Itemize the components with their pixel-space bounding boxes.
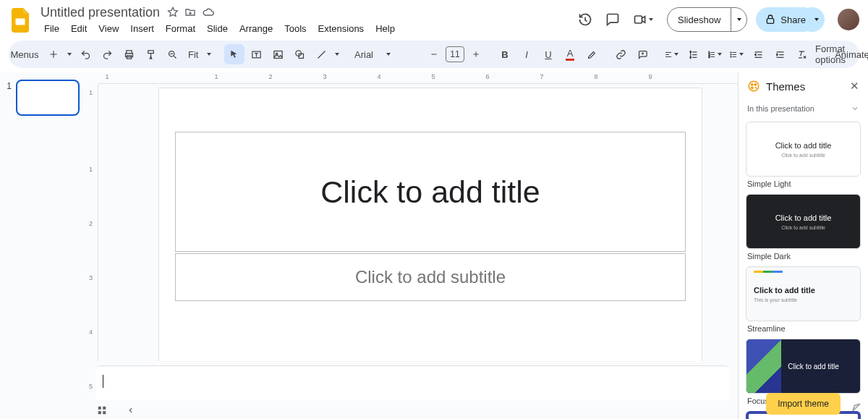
undo-button[interactable] xyxy=(75,44,95,64)
canvas-area: 1 1 2 3 4 5 6 7 8 9 1 1 2 3 4 5 Click to… xyxy=(87,72,738,419)
menu-insert[interactable]: Insert xyxy=(125,22,159,35)
slide-canvas[interactable]: Click to add title Click to add subtitle xyxy=(159,88,702,361)
menu-slide[interactable]: Slide xyxy=(202,22,233,35)
bulleted-list-button[interactable] xyxy=(726,44,746,64)
paint-format-button[interactable] xyxy=(140,44,161,64)
search-menus-button[interactable]: Menus xyxy=(14,44,35,64)
toolbar: Menus Fit Arial 11 B I U A 123 Format op… xyxy=(9,41,859,68)
share-button[interactable]: Share xyxy=(756,7,816,32)
grid-view-icon[interactable] xyxy=(93,403,111,418)
themes-panel: Themes ✕ In this presentation Click to a… xyxy=(738,72,868,419)
chevron-down-icon xyxy=(851,104,859,113)
svg-point-8 xyxy=(169,51,174,56)
font-size-inc[interactable] xyxy=(466,44,486,64)
clear-format-button[interactable] xyxy=(791,44,812,64)
numbered-list-button[interactable]: 123 xyxy=(705,44,725,64)
search-menus-label: Menus xyxy=(6,49,43,60)
print-button[interactable] xyxy=(119,44,139,64)
themes-close-icon[interactable]: ✕ xyxy=(850,80,859,93)
svg-point-25 xyxy=(752,84,753,85)
svg-rect-2 xyxy=(635,16,642,23)
slideshow-button[interactable]: Slideshow xyxy=(668,8,731,31)
textbox-tool[interactable] xyxy=(246,44,266,64)
theme-label: Simple Light xyxy=(747,179,861,188)
themes-icon xyxy=(747,80,760,93)
menu-format[interactable]: Format xyxy=(161,22,200,35)
line-tool-dropdown[interactable] xyxy=(333,44,341,64)
shape-tool[interactable] xyxy=(289,44,310,64)
svg-text:2: 2 xyxy=(709,53,710,56)
speaker-notes[interactable] xyxy=(95,365,729,400)
line-tool[interactable] xyxy=(311,44,331,64)
bold-button[interactable]: B xyxy=(495,44,515,64)
themes-list[interactable]: Click to add title Click to add subtitle… xyxy=(739,117,868,419)
share-dropdown[interactable] xyxy=(809,7,825,32)
font-select[interactable]: Arial xyxy=(350,44,415,64)
account-avatar[interactable] xyxy=(838,9,859,30)
star-icon[interactable] xyxy=(167,7,179,18)
redo-button[interactable] xyxy=(97,44,117,64)
line-spacing-button[interactable] xyxy=(683,44,703,64)
indent-inc-button[interactable] xyxy=(770,44,790,64)
prev-slide-icon[interactable] xyxy=(122,403,140,418)
svg-point-27 xyxy=(752,87,753,88)
docbar: Untitled presentation File Edit View Ins… xyxy=(0,0,868,41)
docbar-right-actions: Slideshow Share xyxy=(576,7,859,32)
insert-comment-button[interactable] xyxy=(632,44,652,64)
indent-dec-button[interactable] xyxy=(748,44,768,64)
bottom-bar xyxy=(87,402,738,419)
menu-tools[interactable]: Tools xyxy=(279,22,311,35)
subtitle-placeholder[interactable]: Click to add subtitle xyxy=(175,253,686,301)
menu-arrange[interactable]: Arrange xyxy=(234,22,278,35)
explore-fab[interactable] xyxy=(849,400,864,415)
theme-simple-light[interactable]: Click to add title Click to add subtitle xyxy=(746,122,861,177)
import-theme-button[interactable]: Import theme xyxy=(766,393,841,415)
slide-thumbnail-1[interactable]: 1 xyxy=(6,80,81,116)
horizontal-ruler[interactable]: 1 1 2 3 4 5 6 7 8 9 xyxy=(98,72,738,84)
pen-button[interactable] xyxy=(864,44,868,64)
menu-edit[interactable]: Edit xyxy=(66,22,92,35)
filmstrip[interactable]: 1 xyxy=(0,72,87,419)
theme-simple-dark[interactable]: Click to add title Click to add subtitle xyxy=(746,194,861,249)
font-size-input[interactable]: 11 xyxy=(446,46,464,62)
animate-button[interactable]: Animate xyxy=(842,44,862,64)
cloud-status-icon[interactable] xyxy=(202,7,215,18)
svg-point-11 xyxy=(276,53,278,55)
doc-title[interactable]: Untitled presentation xyxy=(39,4,161,20)
menu-extensions[interactable]: Extensions xyxy=(313,22,370,35)
zoom-select[interactable]: Fit xyxy=(184,44,216,64)
meet-icon[interactable] xyxy=(631,10,655,29)
select-tool[interactable] xyxy=(224,44,244,64)
svg-rect-22 xyxy=(98,411,101,414)
italic-button[interactable]: I xyxy=(516,44,537,64)
slideshow-dropdown[interactable] xyxy=(731,8,746,31)
themes-subheading-row[interactable]: In this presentation xyxy=(739,100,868,117)
history-icon[interactable] xyxy=(576,10,595,29)
theme-focus[interactable]: Click to add title xyxy=(746,339,861,394)
comments-icon[interactable] xyxy=(603,10,622,29)
align-button[interactable] xyxy=(661,44,681,64)
insert-link-button[interactable] xyxy=(610,44,631,64)
move-icon[interactable] xyxy=(184,7,196,18)
svg-rect-10 xyxy=(273,51,281,58)
slide-thumb[interactable] xyxy=(16,80,80,116)
slide-stage[interactable]: Click to add title Click to add subtitle xyxy=(98,84,738,361)
theme-streamline[interactable]: Click to add title This is your subtitle xyxy=(746,266,861,321)
image-tool[interactable] xyxy=(268,44,288,64)
menu-file[interactable]: File xyxy=(39,22,64,35)
vertical-ruler[interactable]: 1 1 2 3 4 5 xyxy=(87,84,98,361)
svg-rect-23 xyxy=(103,411,106,414)
highlight-button[interactable] xyxy=(582,44,602,64)
app-logo[interactable] xyxy=(9,6,33,35)
menu-help[interactable]: Help xyxy=(370,22,400,35)
svg-rect-7 xyxy=(127,55,131,58)
new-slide-button[interactable] xyxy=(43,44,64,64)
menu-view[interactable]: View xyxy=(93,22,124,35)
svg-rect-21 xyxy=(103,407,106,410)
font-size-dec[interactable] xyxy=(424,44,444,64)
title-placeholder[interactable]: Click to add title xyxy=(175,132,686,252)
underline-button[interactable]: U xyxy=(538,44,558,64)
text-color-button[interactable]: A xyxy=(560,44,580,64)
zoom-button[interactable] xyxy=(162,44,182,64)
new-slide-dropdown[interactable] xyxy=(65,44,74,64)
